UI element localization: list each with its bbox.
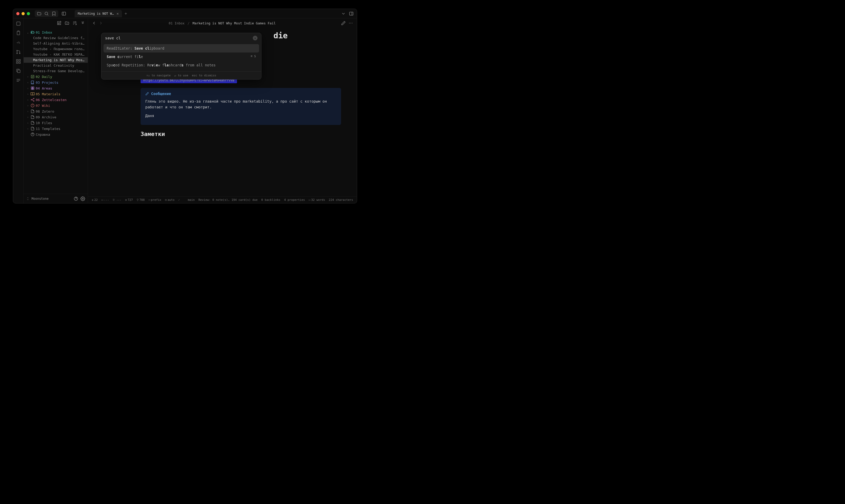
tree-folder[interactable]: ›04 Areas [24,85,88,91]
folder-icon[interactable] [37,11,41,16]
window-close-button[interactable] [16,12,19,15]
tree-file-label: Stress-Free Game Developm… [33,69,86,73]
tree-folder-label: 05 Materials [36,92,61,96]
tree-folder[interactable]: ›09 Archive [24,114,88,120]
tree-folder[interactable]: ›02 Daily [24,74,88,79]
right-sidebar-toggle-icon[interactable] [349,11,353,16]
chevron-icon[interactable]: › [26,75,30,78]
sort-icon[interactable] [72,21,77,25]
vault-switch-icon[interactable] [26,196,30,201]
traffic-lights [16,12,30,15]
heading-notes[interactable]: Заметки [141,131,341,137]
palette-item[interactable]: Save current file⌘ S [104,53,259,61]
chevron-icon[interactable]: › [26,104,30,107]
tree-file[interactable]: Code Review Guidelines fo… [24,35,88,41]
chevron-icon[interactable]: › [26,98,30,101]
ribbon-files-icon[interactable] [16,21,21,26]
nav-forward-icon[interactable] [99,21,103,25]
palette-input[interactable] [105,36,250,40]
status-item[interactable]: ✓ [178,198,180,202]
svg-point-6 [19,53,20,54]
chevron-icon[interactable]: › [26,122,30,124]
ribbon-clipboard-icon[interactable] [16,31,21,36]
chevron-icon[interactable]: › [26,81,30,84]
breadcrumb-current[interactable]: Marketing is NOT Why Most Indie Games Fa… [193,21,276,25]
nav-back-icon[interactable] [92,21,97,25]
status-item[interactable]: ⊞auto [165,198,174,202]
bookmark-icon[interactable] [52,11,56,16]
status-item[interactable]: 0 backlinks [261,198,280,202]
tree-file[interactable]: Self-Aligning Anti-Vibrat… [24,41,88,46]
callout[interactable]: Сообщение Глянь это видео. Не из-за глав… [141,88,341,125]
search-icon[interactable] [44,11,49,16]
chevron-icon[interactable]: › [26,110,30,113]
chevron-icon[interactable]: › [26,116,30,119]
breadcrumb-parent[interactable]: 01 Inbox [169,21,185,25]
status-item[interactable]: Review: 0 note(s), 194 card(s) due [199,198,258,202]
palette-clear-icon[interactable]: ✕ [253,36,258,40]
status-item[interactable]: ◈22 [92,198,98,202]
tree-file[interactable]: Marketing is NOT Why Most… [24,57,88,63]
svg-point-24 [82,198,84,199]
tree-file[interactable]: Practical Creativity [24,63,88,68]
chevron-icon[interactable]: ⌄ [26,31,30,34]
tree-folder[interactable]: ›06 Zettelcasten [24,97,88,103]
status-item[interactable]: ✱727 [125,198,133,202]
new-note-icon[interactable] [57,21,62,25]
file-icon [31,115,35,119]
tree-file[interactable]: Youtube - Подменяем голос… [24,46,88,52]
tree-folder[interactable]: ›07 Wiki [24,103,88,108]
chevron-icon[interactable]: › [26,93,30,95]
tree-file[interactable]: Stress-Free Game Developm… [24,68,88,74]
new-folder-icon[interactable] [65,21,69,25]
status-item[interactable]: 224 characters [329,198,353,202]
status-item[interactable]: ▭ 32 words [309,198,325,202]
new-tab-button[interactable]: + [124,11,127,16]
tree-file-label: Code Review Guidelines fo… [33,36,86,40]
chevron-icon[interactable]: › [26,87,30,90]
ribbon-grid-icon[interactable] [16,59,21,64]
ribbon-copy-icon[interactable] [16,68,21,73]
chevron-down-icon[interactable] [341,11,346,16]
left-sidebar-toggle-icon[interactable] [62,11,66,16]
status-item[interactable]: ▭--- [101,198,109,202]
status-item[interactable]: ⚲788 [137,198,145,202]
ribbon-code-icon[interactable]: <% [16,40,21,45]
tree-folder[interactable]: ›05 Materials [24,91,88,97]
svg-rect-13 [31,75,34,78]
palette-hotkey: ⌘ S [251,55,256,59]
settings-icon[interactable] [81,196,85,201]
more-icon[interactable] [348,21,353,25]
main-header: 01 Inbox / Marketing is NOT Why Most Ind… [88,18,357,28]
breadcrumb[interactable]: 01 Inbox / Marketing is NOT Why Most Ind… [106,21,339,25]
status-item[interactable]: ⊪--- [113,198,121,202]
palette-item[interactable]: ReadItLater: Save clipboard [104,44,259,53]
tree-folder[interactable]: ›03 Projects [24,79,88,85]
edit-mode-icon[interactable] [341,21,346,25]
tab[interactable]: Marketing is NOT Wh… × [75,10,122,17]
ribbon-stack-icon[interactable] [16,78,21,83]
tree-folder[interactable]: ›11 Templates [24,126,88,131]
collapse-icon[interactable] [81,21,85,25]
vault-name: Moonstone [32,197,71,201]
status-item[interactable]: ⟶prefix [149,198,161,202]
tree-file[interactable]: Youtube - КАК ЛЕГКО УБРАТ… [24,52,88,57]
status-item[interactable]: main [188,198,195,202]
window-minimize-button[interactable] [21,12,25,15]
tab-close-icon[interactable]: × [117,12,119,16]
tree-folder[interactable]: Справка [24,131,88,137]
svg-rect-8 [16,59,18,61]
palette-item[interactable]: Spaced Repetition: Review flashcards fro… [104,61,259,69]
svg-rect-3 [17,22,20,25]
help-icon[interactable] [73,196,78,201]
window-maximize-button[interactable] [27,12,30,15]
tree-folder-label: 09 Archive [36,115,56,119]
chevron-icon[interactable]: › [26,127,30,130]
status-item[interactable]: 4 properties [284,198,305,202]
app-window: Marketing is NOT Wh… × + <% [13,9,357,203]
tree-folder[interactable]: ›08 Zotero [24,108,88,114]
tree-folder[interactable]: ⌄01 Inbox [24,30,88,35]
ribbon-git-icon[interactable] [16,49,21,55]
help-icon [31,132,35,137]
tree-folder[interactable]: ›10 Files [24,120,88,126]
